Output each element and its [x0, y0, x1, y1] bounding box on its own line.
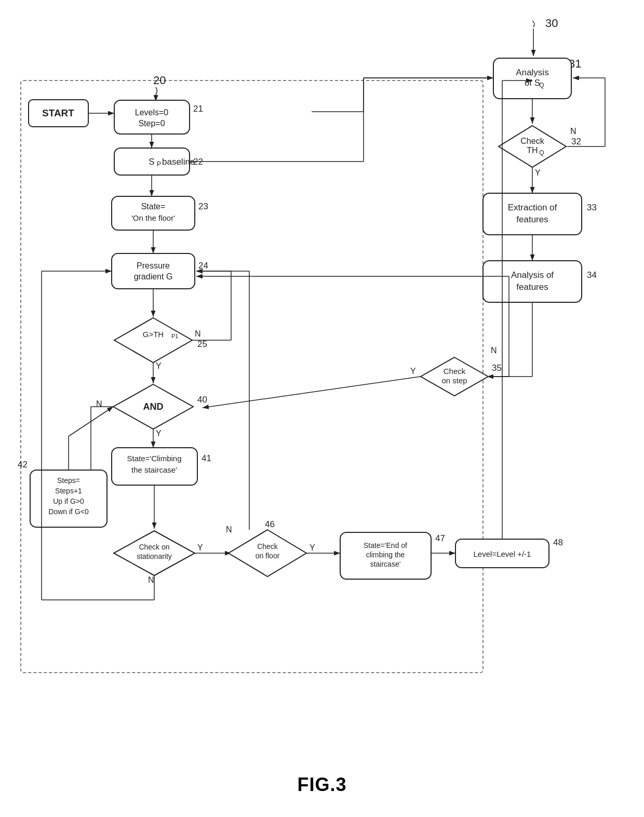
node-end-climbing-text1: State='End of	[364, 541, 407, 550]
node-check-floor-text2: on floor	[256, 552, 280, 560]
node-levels-text1: Levels=0	[135, 108, 169, 117]
ref-34-label: 34	[587, 270, 597, 280]
label-n-thq: N	[570, 127, 576, 136]
label-n-floor: N	[226, 525, 232, 534]
figure-label: FIG.3	[0, 769, 644, 796]
ref-41-label: 41	[202, 453, 211, 463]
arrow-step-y	[203, 377, 421, 408]
node-g-thp1-subp: P1	[171, 333, 178, 339]
ref-20-curve	[156, 87, 157, 95]
node-analysis-sq-text1: Analysis	[516, 68, 548, 77]
node-analysis-sq-text2: of S	[525, 78, 540, 88]
ref-40-label: 40	[197, 395, 207, 405]
node-check-on-step-text2: on step	[441, 376, 467, 385]
node-analysis-features	[483, 261, 582, 302]
node-state-floor-text1: State=	[141, 202, 166, 211]
node-pressure-text1: Pressure	[137, 261, 170, 270]
label-y-floor: Y	[310, 543, 315, 552]
node-check-floor-text1: Check	[257, 542, 278, 551]
node-check-thq-text1: Check	[520, 137, 544, 145]
label-y-and: Y	[156, 429, 162, 438]
node-extraction-text1: Extraction of	[508, 203, 557, 212]
main-loop-border	[21, 81, 483, 673]
ref-30-curve	[532, 21, 534, 27]
node-state-climbing-text2: the staircase'	[131, 465, 177, 474]
node-levels-step	[114, 100, 190, 134]
node-end-climbing-text3: staircase'	[370, 560, 401, 568]
ref-32-label: 32	[571, 137, 581, 146]
ref-30-label: 30	[545, 17, 558, 30]
ref-35-label: 35	[492, 363, 502, 373]
label-y-step: Y	[410, 367, 416, 376]
node-extraction	[483, 193, 582, 235]
ref-20-label: 20	[153, 74, 166, 87]
node-pressure-text2: gradient G	[134, 272, 173, 281]
node-end-climbing-text2: climbing the	[366, 551, 405, 559]
ref-48-label: 48	[553, 538, 563, 547]
label-n-gthp1: N	[195, 329, 201, 338]
node-and-text: AND	[143, 401, 164, 412]
node-analysis-sq-text3: Q	[539, 82, 544, 89]
node-check-stat-text2: stationarity	[137, 552, 172, 560]
label-y-gthp1: Y	[156, 361, 162, 370]
ref-21-label: 21	[193, 104, 203, 114]
ref-23-label: 23	[198, 202, 208, 211]
ref-47-label: 47	[435, 533, 445, 543]
label-n-step: N	[491, 346, 497, 355]
node-start-text: START	[42, 108, 74, 118]
node-state-climbing-text1: State='Climbing	[127, 454, 182, 463]
node-analysis-features-text1: Analysis of	[511, 270, 554, 280]
node-check-thq-text2: TH	[527, 146, 538, 155]
node-check-on-step-text1: Check	[444, 367, 466, 376]
node-check-stat-text1: Check on	[139, 543, 169, 551]
node-steps-text1: Steps=	[57, 476, 80, 485]
ref-24-label: 24	[198, 261, 208, 271]
node-steps-text3: Up if G>0	[53, 497, 84, 505]
node-g-thp1-text1: G>TH	[143, 330, 164, 339]
diagram-container: 30 31 Analysis of S Q Check TH Q 32 N Y …	[0, 0, 644, 769]
node-level-text: Level=Level +/-1	[474, 550, 531, 558]
ref-25-label: 25	[197, 339, 207, 349]
node-g-thp1	[114, 318, 192, 363]
node-sp-text1: S	[149, 157, 154, 167]
ref-33-label: 33	[587, 203, 597, 212]
ref-42-label: 42	[18, 460, 28, 470]
node-levels-text2: Step=0	[138, 119, 165, 128]
node-analysis-features-text2: features	[516, 282, 548, 292]
label-n-stat: N	[148, 575, 154, 584]
label-y-thq: Y	[535, 168, 541, 177]
node-check-thq-subq: Q	[539, 149, 544, 156]
ref-46-label: 46	[265, 519, 275, 529]
node-state-floor-text2: 'On the floor'	[131, 213, 175, 222]
node-pressure-gradient	[112, 253, 195, 289]
flowchart-svg: 30 31 Analysis of S Q Check TH Q 32 N Y …	[0, 0, 644, 769]
node-steps-text4: Down if G<0	[48, 507, 89, 516]
node-extraction-text2: features	[516, 215, 548, 224]
node-steps-text2: Steps+1	[55, 487, 82, 495]
label-y-stat: Y	[197, 543, 203, 552]
node-sp-subp: P	[157, 160, 161, 168]
